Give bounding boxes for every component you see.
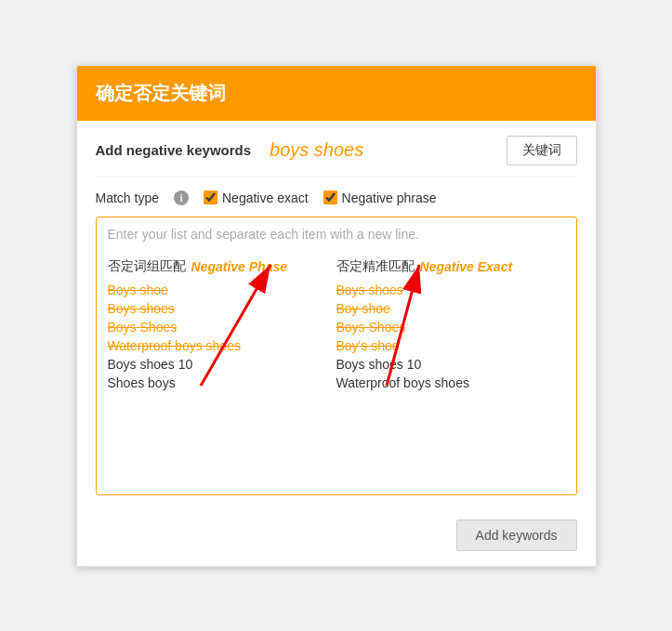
match-type-row: Match type i Negative exact Negative phr… xyxy=(96,191,577,205)
negative-exact-checkbox[interactable] xyxy=(204,191,217,204)
negative-phrase-text: Negative phrase xyxy=(342,191,437,205)
match-type-label: Match type xyxy=(96,191,159,205)
right-col-header: 否定精准匹配 Negative Exact xyxy=(336,258,565,275)
right-col-english-label: Negative Exact xyxy=(420,259,513,274)
list-item: Waterproof boys shoes xyxy=(336,375,565,390)
list-item: Boys shoes xyxy=(336,283,565,297)
right-col-chinese-label: 否定精准匹配 xyxy=(336,258,415,275)
modal-body: Add negative keywords boys shoes 关键词 Mat… xyxy=(77,121,596,510)
right-col-items: Boys shoes Boy shoe Boys Shoes Boy's sho… xyxy=(336,283,565,390)
left-col-items: Boys shoe Boys shoes Boys Shoes Waterpro… xyxy=(108,283,336,390)
list-item: Boys shoe xyxy=(108,283,336,297)
list-item: Boys shoes xyxy=(108,301,336,316)
list-item: Boys shoes 10 xyxy=(336,357,565,372)
left-column: 否定词组匹配 Negative Phase Boys shoe Boys sho… xyxy=(108,258,336,390)
left-col-english-label: Negative Phase xyxy=(191,259,288,274)
add-negative-keywords-label: Add negative keywords xyxy=(96,142,252,158)
textarea-area: Enter your list and separate each item w… xyxy=(96,217,577,495)
modal-container: 确定否定关键词 Add negative keywords boys shoes… xyxy=(76,65,597,567)
bottom-bar: Add keywords xyxy=(77,510,596,566)
left-col-header: 否定词组匹配 Negative Phase xyxy=(108,258,336,275)
modal-title: 确定否定关键词 xyxy=(96,81,577,106)
list-item: Boys shoes 10 xyxy=(108,357,336,372)
top-bar: Add negative keywords boys shoes 关键词 xyxy=(96,136,577,177)
list-item: Boys Shoes xyxy=(336,320,565,335)
list-item: Boy's shoe xyxy=(336,338,565,353)
left-col-chinese-label: 否定词组匹配 xyxy=(108,258,186,275)
modal-header: 确定否定关键词 xyxy=(77,66,596,121)
keyword-button[interactable]: 关键词 xyxy=(507,136,577,165)
add-keywords-button[interactable]: Add keywords xyxy=(456,519,577,551)
list-item: Boys Shoes xyxy=(108,320,336,335)
content-grid: 否定词组匹配 Negative Phase Boys shoe Boys sho… xyxy=(108,258,565,390)
list-item: Shoes boys xyxy=(108,375,336,390)
negative-phrase-label[interactable]: Negative phrase xyxy=(323,191,437,205)
textarea-placeholder: Enter your list and separate each item w… xyxy=(108,227,565,242)
keyword-display: boys shoes xyxy=(270,139,363,161)
negative-exact-text: Negative exact xyxy=(222,191,309,205)
negative-phrase-checkbox[interactable] xyxy=(323,191,337,204)
negative-exact-label[interactable]: Negative exact xyxy=(204,191,309,205)
right-column: 否定精准匹配 Negative Exact Boys shoes Boy sho… xyxy=(336,258,565,390)
list-item: Boy shoe xyxy=(336,301,565,316)
info-icon[interactable]: i xyxy=(174,191,189,205)
list-item: Waterproof boys shoes xyxy=(108,338,336,353)
